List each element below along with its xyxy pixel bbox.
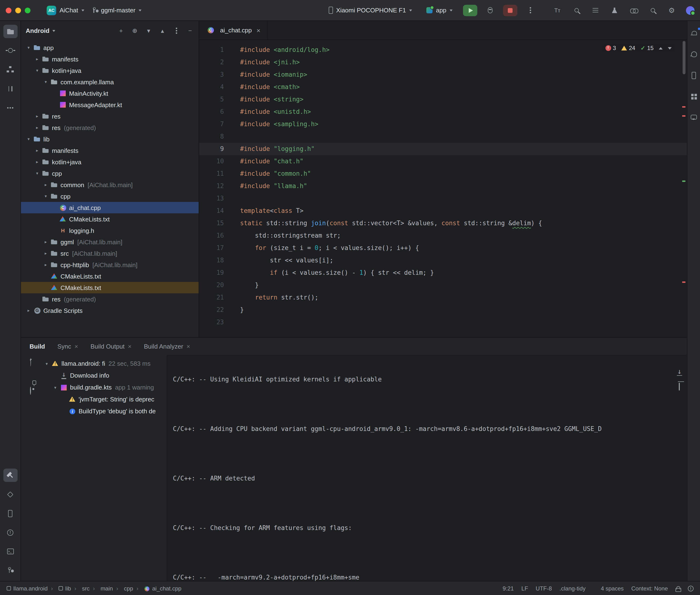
build-tab[interactable]: Build Output × (90, 343, 132, 350)
project-selector[interactable]: AC AiChat (43, 4, 88, 17)
tree-chevron-icon[interactable] (33, 57, 41, 61)
search-actions-icon[interactable] (571, 5, 581, 15)
tree-chevron-icon[interactable] (42, 251, 50, 256)
link-icon[interactable] (629, 5, 638, 15)
lock-icon[interactable] (675, 586, 680, 592)
project-tree-item[interactable]: lib (21, 133, 199, 145)
build-console[interactable]: C/C++: -- Using KleidiAI optimized kerne… (173, 355, 687, 581)
tree-chevron-icon[interactable] (52, 385, 59, 390)
run-button[interactable] (463, 4, 477, 16)
build-tool-button[interactable] (3, 469, 18, 482)
tree-chevron-icon[interactable] (33, 125, 41, 130)
line-number-gutter[interactable]: 1 (199, 44, 224, 56)
project-tree-item[interactable]: CMakeLists.txt (21, 271, 199, 282)
add-button[interactable]: + (117, 27, 125, 34)
project-tree-item[interactable]: ggml [AiChat.lib.main] (21, 236, 199, 248)
plugin-flask-icon[interactable] (610, 5, 619, 15)
tree-chevron-icon[interactable] (42, 80, 50, 84)
line-number-gutter[interactable]: 2 (199, 56, 224, 68)
breadcrumb-item[interactable]: ai_chat.cpp (133, 585, 181, 592)
line-number-gutter[interactable]: 12 (199, 180, 224, 192)
previous-problem-icon[interactable] (659, 47, 663, 49)
expand-all-button[interactable]: ▾ (145, 27, 152, 34)
caret-position-widget[interactable]: 9:21 (503, 585, 514, 592)
line-ending-widget[interactable]: LF (521, 585, 528, 592)
line-number-gutter[interactable]: 4 (199, 81, 224, 93)
show-details-button[interactable] (30, 387, 31, 394)
build-tree-item[interactable]: llama.android: fi 22 sec, 583 ms (40, 358, 167, 370)
version-control-tool-button[interactable] (3, 564, 18, 577)
line-number-gutter[interactable]: 17 (199, 242, 224, 254)
line-number-gutter[interactable]: 10 (199, 155, 224, 168)
line-number-gutter[interactable]: 19 (199, 267, 224, 279)
terminal-tool-button[interactable] (3, 545, 18, 558)
tree-chevron-icon[interactable] (33, 171, 41, 176)
project-tree-item[interactable]: cpp (21, 168, 199, 179)
device-explorer-tool-button[interactable] (3, 507, 18, 520)
line-number-gutter[interactable]: 16 (199, 229, 224, 242)
search-everywhere-icon[interactable] (648, 5, 657, 15)
project-tree-item[interactable]: cpp-httplib [AiChat.lib.main] (21, 259, 199, 271)
line-number-gutter[interactable]: 9 (199, 143, 224, 155)
tree-chevron-icon[interactable] (42, 262, 50, 267)
scrollbar-error-mark[interactable] (682, 281, 685, 283)
breadcrumb-item[interactable]: src (71, 585, 89, 592)
tree-chevron-icon[interactable] (33, 148, 41, 153)
tree-chevron-icon[interactable] (42, 239, 50, 244)
close-window-button[interactable] (6, 7, 11, 13)
project-tree-item[interactable]: CMakeLists.txt (21, 282, 199, 293)
locate-file-button[interactable]: ⊕ (131, 27, 139, 34)
clear-console-button[interactable] (679, 383, 680, 390)
inspection-status-icon[interactable] (688, 586, 694, 591)
scrollbar-error-mark[interactable] (682, 115, 685, 117)
translate-icon[interactable]: Тт (553, 5, 562, 15)
rerun-build-button[interactable] (30, 359, 31, 366)
project-tree-item[interactable]: res (generated) (21, 293, 199, 305)
editor-scrollbar[interactable] (682, 41, 685, 74)
project-tree-item[interactable]: cpp (21, 191, 199, 202)
tree-chevron-icon[interactable] (25, 137, 32, 141)
tree-chevron-icon[interactable] (33, 114, 41, 119)
tree-chevron-icon[interactable] (25, 45, 32, 50)
inspections-widget[interactable]: 3 24 ✓15 (603, 44, 674, 52)
project-tree-item[interactable]: res (21, 111, 199, 122)
next-problem-icon[interactable] (668, 47, 672, 49)
encoding-widget[interactable]: UTF-8 (536, 585, 552, 592)
line-number-gutter[interactable]: 13 (199, 192, 224, 205)
project-tree-item[interactable]: common [AiChat.lib.main] (21, 179, 199, 191)
pull-requests-tool-button[interactable] (3, 82, 18, 95)
debug-button[interactable] (484, 4, 496, 16)
build-tree-item[interactable]: 'jvmTarget: String' is deprec (40, 393, 167, 405)
project-tree-item[interactable]: manifests (21, 53, 199, 65)
project-tree-item[interactable]: ai_chat.cpp (21, 202, 199, 213)
breadcrumb-item[interactable]: cpp (113, 585, 133, 592)
build-tree-item[interactable]: BuildType 'debug' is both de (40, 405, 167, 417)
code-editor[interactable]: 1 #include <android/log.h> 2 #include <j… (199, 40, 687, 337)
line-number-gutter[interactable]: 21 (199, 291, 224, 304)
scrollbar-error-mark[interactable] (682, 106, 685, 108)
line-number-gutter[interactable]: 6 (199, 106, 224, 118)
project-tree-item[interactable]: logging.h (21, 225, 199, 236)
gradle-tool-button[interactable] (687, 48, 700, 61)
project-tree-item[interactable]: CMakeLists.txt (21, 213, 199, 225)
project-tree-item[interactable]: MessageAdapter.kt (21, 99, 199, 111)
tree-chevron-icon[interactable] (25, 308, 32, 313)
device-selector[interactable]: Xiaomi POCOPHONE F1 (325, 4, 416, 17)
line-number-gutter[interactable]: 7 (199, 118, 224, 131)
line-number-gutter[interactable]: 5 (199, 93, 224, 106)
more-run-actions-button[interactable] (524, 4, 536, 16)
clang-tidy-widget[interactable]: .clang-tidy (559, 585, 585, 592)
user-avatar[interactable] (686, 6, 695, 15)
line-number-gutter[interactable]: 11 (199, 168, 224, 180)
packages-tool-button[interactable] (3, 488, 18, 501)
project-view-selector[interactable]: Android (26, 27, 50, 34)
more-options-button[interactable] (172, 27, 180, 34)
line-number-gutter[interactable]: 14 (199, 205, 224, 217)
build-tab[interactable]: Build Analyzer × (144, 343, 190, 350)
project-tree-item[interactable]: manifests (21, 145, 199, 156)
project-tool-button[interactable] (3, 25, 18, 38)
close-tab-icon[interactable]: × (256, 26, 260, 34)
tree-chevron-icon[interactable] (42, 194, 50, 199)
line-number-gutter[interactable]: 20 (199, 279, 224, 291)
breadcrumb-item[interactable]: main (89, 585, 113, 592)
